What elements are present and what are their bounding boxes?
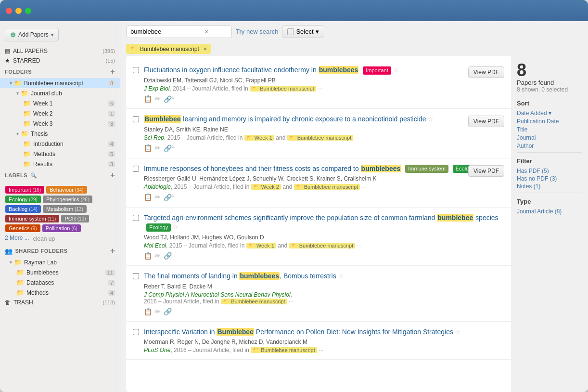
star-button[interactable]: ☆: [455, 328, 461, 336]
result-item[interactable]: Fluctuations in oxygen influence faculta…: [126, 60, 511, 109]
attachment-icon[interactable]: 🔗1: [164, 193, 174, 201]
result-checkbox[interactable]: [133, 273, 139, 315]
folder-ref[interactable]: 📁 Week 1: [244, 135, 274, 141]
label-ecology[interactable]: Ecology(29): [5, 196, 41, 203]
attachment-icon[interactable]: 🔗1: [164, 144, 174, 152]
filter-notes[interactable]: Notes (1): [517, 183, 582, 190]
attachment-icon[interactable]: 🔗1: [164, 95, 174, 103]
note-icon[interactable]: 📋: [144, 95, 152, 103]
sidebar-item-thesis[interactable]: ▾ 📁 Thesis: [0, 129, 120, 139]
select-button[interactable]: Select ▾: [282, 25, 324, 38]
label-metabolism[interactable]: Metabolism(13): [43, 205, 87, 213]
note-icon[interactable]: 📋: [144, 193, 152, 201]
labels-search-icon[interactable]: 🔍: [30, 172, 38, 179]
sort-journal[interactable]: Journal: [517, 134, 582, 141]
fullscreen-button[interactable]: [25, 8, 31, 14]
filter-has-pdf[interactable]: Has PDF (5): [517, 168, 582, 174]
filter-close-button[interactable]: ×: [204, 45, 207, 52]
sidebar-item-trash[interactable]: 🗑 TRASH (118): [0, 298, 120, 307]
note-icon[interactable]: 📋: [144, 308, 152, 315]
badge-immune[interactable]: Immune system: [405, 165, 448, 173]
label-pollination[interactable]: Pollination(6): [42, 224, 81, 232]
sidebar-item-week1[interactable]: 📁 Week 1 5: [0, 98, 120, 108]
search-clear-button[interactable]: ×: [205, 28, 208, 36]
sidebar-item-bumblebees[interactable]: 📁 Bumblebees 11: [0, 267, 120, 277]
sidebar-item-methods[interactable]: 📁 Methods 5: [0, 149, 120, 159]
sidebar-item-bumblebee-manuscript[interactable]: ▾ 📁 Bumblebee manuscript 8: [0, 78, 120, 88]
folder-ref[interactable]: 📁 Bumblebee manuscript: [221, 299, 287, 304]
badge-important[interactable]: Important: [363, 66, 391, 75]
more-button[interactable]: ···: [318, 85, 322, 92]
label-genetics[interactable]: Genetics(9): [5, 224, 40, 232]
add-folder-button[interactable]: +: [110, 67, 115, 76]
more-button[interactable]: ···: [289, 298, 294, 305]
pencil-icon[interactable]: ✏: [155, 308, 161, 315]
star-button[interactable]: ☆: [428, 116, 434, 123]
sort-publication-date[interactable]: Publication Date: [517, 118, 582, 125]
sidebar-item-databases[interactable]: 📁 Databases 7: [0, 277, 120, 287]
pencil-icon[interactable]: ✏: [155, 193, 161, 201]
try-new-search-link[interactable]: Try new search: [236, 28, 278, 35]
label-phylogenetics[interactable]: Phylogenetics(26): [43, 196, 92, 203]
folder-ref[interactable]: 📁 Bumblebee manuscript: [294, 184, 360, 190]
result-item[interactable]: Interspecific Variation in Bumblebee Per…: [126, 322, 511, 360]
sort-title[interactable]: Title: [517, 126, 582, 133]
pencil-icon[interactable]: ✏: [155, 252, 161, 260]
result-item[interactable]: Immune responses of honeybees and their …: [126, 158, 511, 208]
add-papers-button[interactable]: ⊕ Add Papers ▾: [5, 28, 115, 41]
result-checkbox[interactable]: [133, 116, 139, 152]
view-pdf-button[interactable]: View PDF: [468, 165, 504, 177]
add-shared-folder-button[interactable]: +: [110, 247, 115, 255]
note-icon[interactable]: 📋: [144, 252, 152, 260]
folder-ref[interactable]: 📁 Bumblebee manuscript: [289, 243, 356, 248]
folder-ref[interactable]: 📁 Bumblebee manuscript: [287, 135, 354, 141]
result-item[interactable]: Targeted agri-environment schemes signif…: [126, 208, 511, 266]
sidebar-item-week2[interactable]: 📁 Week 2 1: [0, 108, 120, 118]
add-papers-btn[interactable]: ⊕ Add Papers ▾: [5, 28, 59, 41]
result-item[interactable]: Bumblebee learning and memory is impaire…: [126, 109, 511, 158]
folder-ref[interactable]: 📁 Week 2: [251, 184, 281, 190]
pencil-icon[interactable]: ✏: [155, 95, 161, 103]
view-pdf-button[interactable]: View PDF: [468, 116, 504, 127]
sidebar-item-results[interactable]: 📁 Results 3: [0, 159, 120, 169]
more-button[interactable]: ···: [355, 134, 360, 141]
add-label-button[interactable]: +: [110, 171, 115, 180]
pencil-icon[interactable]: ✏: [155, 144, 161, 152]
sidebar-item-week3[interactable]: 📁 Week 3 3: [0, 118, 120, 129]
sidebar-item-shared-methods[interactable]: 📁 Methods 4: [0, 287, 120, 298]
sidebar-item-all-papers[interactable]: ▤ ALL PAPERS (396): [0, 46, 120, 56]
sidebar-item-rayman-lab[interactable]: ▾ 📁 Rayman Lab: [0, 257, 120, 267]
result-checkbox[interactable]: [133, 166, 139, 201]
sort-author[interactable]: Author: [517, 143, 582, 149]
result-checkbox[interactable]: [133, 215, 139, 260]
view-pdf-button[interactable]: View PDF: [468, 66, 504, 78]
filter-journal-article[interactable]: Journal Article (8): [517, 208, 582, 215]
result-checkbox[interactable]: [133, 329, 139, 354]
attachment-icon[interactable]: 🔗: [164, 308, 172, 315]
badge-ecology[interactable]: Ecology: [146, 223, 171, 232]
note-icon[interactable]: 📋: [144, 144, 152, 152]
star-button[interactable]: ☆: [338, 273, 344, 280]
sidebar-item-journal-club[interactable]: ▾ 📁 Journal club: [0, 88, 120, 98]
minimize-button[interactable]: [15, 8, 22, 14]
label-pcr[interactable]: PCR(10): [61, 215, 89, 222]
filter-has-no-pdf[interactable]: Has no PDF (3): [517, 175, 582, 182]
folder-ref[interactable]: 📁 Bumblebee manuscript: [251, 347, 317, 353]
result-item[interactable]: The final moments of landing in bumblebe…: [126, 266, 511, 322]
sidebar-item-starred[interactable]: ★ STARRED (15): [0, 56, 120, 65]
folder-ref[interactable]: 📁 Week 1: [246, 243, 276, 248]
search-input[interactable]: [130, 28, 203, 35]
folder-ref[interactable]: 📁 Bumblebee manuscript: [250, 86, 316, 91]
star-button[interactable]: ☆: [393, 66, 399, 74]
label-important[interactable]: Important(16): [5, 186, 44, 194]
active-filter-tag[interactable]: 📁 Bumblebee manuscript ×: [126, 44, 211, 54]
sort-date-added[interactable]: Date Added ▾: [517, 110, 582, 117]
result-checkbox[interactable]: [133, 67, 139, 103]
label-immune-system[interactable]: Immune system(11): [5, 215, 59, 222]
label-behaviour[interactable]: Behaviour(34): [46, 186, 87, 194]
more-button[interactable]: ···: [357, 242, 362, 249]
more-button[interactable]: ···: [319, 347, 323, 353]
attachment-icon[interactable]: 🔗: [164, 252, 172, 260]
label-backlog[interactable]: Backlog(14): [5, 205, 41, 213]
sidebar-item-introduction[interactable]: 📁 Introduction 4: [0, 139, 120, 149]
